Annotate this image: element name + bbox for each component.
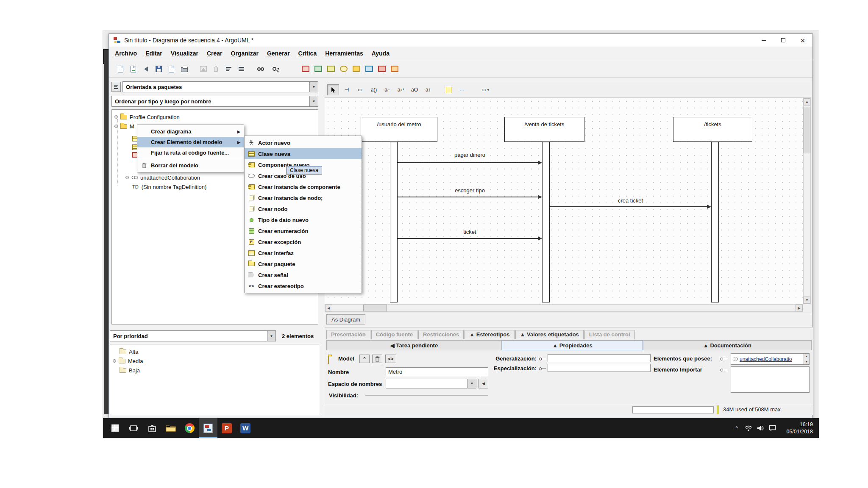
generalizacion-field[interactable] <box>548 354 651 362</box>
owned-element-link[interactable]: unattachedCollaboratio <box>740 356 792 362</box>
diagram-hscrollbar[interactable]: ◀ ▶ <box>325 304 803 312</box>
dropdown-arrow-icon[interactable]: ▼ <box>267 331 275 341</box>
close-button[interactable]: × <box>793 34 812 47</box>
minimize-button[interactable] <box>754 34 773 47</box>
chrome-button[interactable] <box>180 418 199 438</box>
elementos-que-posee-list[interactable]: unattachedCollaboratio ▲ ▼ <box>731 353 810 365</box>
order-combobox[interactable]: Ordenar por tipo y luego por nombre ▼ <box>111 96 318 107</box>
owned-list-spinner[interactable]: ▲ ▼ <box>804 354 809 364</box>
message-line-ticket[interactable] <box>398 238 539 239</box>
perspective-combobox[interactable]: Orientada a paquetes ▼ <box>122 81 318 92</box>
tree-expander-icon[interactable] <box>114 125 118 128</box>
new-project-button[interactable] <box>128 63 139 75</box>
especializacion-field[interactable] <box>548 364 651 372</box>
argouml-taskbar-button[interactable] <box>199 418 217 438</box>
tree-expander-icon[interactable] <box>125 176 129 179</box>
list-button[interactable] <box>236 63 247 75</box>
new-collaboration-diagram-button[interactable] <box>351 63 362 75</box>
select-tool[interactable] <box>327 84 339 95</box>
add-send-action-tool[interactable]: a↑ <box>422 84 434 95</box>
hscroll-thumb[interactable] <box>363 305 387 311</box>
add-return-action-tool[interactable]: a↵ <box>395 84 407 95</box>
tab-tarea-pendiente[interactable]: ◀ Tarea pendiente <box>326 340 502 350</box>
message-line-escoger-tipo[interactable] <box>398 197 539 197</box>
add-call-action-tool[interactable]: a() <box>368 84 380 95</box>
tab-presentacion[interactable]: Presentación <box>326 330 370 339</box>
tree-item-profile-configuration[interactable]: Profile Configuration <box>114 113 180 121</box>
lifeline-venta-de-tickets[interactable]: /venta de tickets <box>504 117 584 142</box>
new-deployment-diagram-button[interactable] <box>376 63 387 75</box>
nombre-field[interactable]: Metro <box>386 367 488 376</box>
delete-element-button[interactable] <box>372 355 382 363</box>
word-button[interactable]: W <box>236 418 255 438</box>
tray-chevron-button[interactable]: ^ <box>731 418 743 438</box>
stereotype-view-button[interactable]: <> <box>385 355 396 363</box>
tab-as-diagram[interactable]: As Diagram <box>326 314 365 324</box>
new-usecase-diagram-button[interactable] <box>300 63 311 75</box>
activation-bar-venta[interactable] <box>542 142 550 302</box>
message-line-pagar-dinero[interactable] <box>398 162 539 163</box>
scroll-left-button[interactable]: ◀ <box>325 305 332 311</box>
submenu-item-crear-estereotipo[interactable]: <> Crear estereotipo <box>245 280 362 291</box>
start-button[interactable] <box>106 418 124 438</box>
todo-item-alta[interactable]: Alta <box>120 348 138 355</box>
submenu-item-clase-nueva[interactable]: Clase nueva <box>245 148 362 159</box>
more-tools-button[interactable]: ··· <box>456 84 468 95</box>
new-activity-diagram-button[interactable] <box>363 63 375 75</box>
new-button[interactable] <box>115 63 126 75</box>
spinner-up-icon[interactable]: ▲ <box>804 354 809 359</box>
menu-critica[interactable]: Crítica <box>294 47 321 60</box>
menu-item-crear-diagrama[interactable]: Crear diagrama ▶ <box>137 126 244 137</box>
menu-crear[interactable]: Crear <box>203 47 227 60</box>
lifeline-tickets[interactable]: /tickets <box>673 117 752 142</box>
lifeline-usuario-del-metro[interactable]: /usuario del metro <box>361 117 437 142</box>
diagram-canvas[interactable]: /usuario del metro /venta de tickets /ti… <box>325 98 803 304</box>
add-destroy-action-tool[interactable]: aO <box>409 84 420 95</box>
todo-item-media[interactable]: Media <box>113 357 143 365</box>
tab-valores-etiquetados[interactable]: ▲ Valores etiquetados <box>515 330 584 339</box>
menu-item-borrar-del-modelo[interactable]: Borrar del modelo <box>137 160 244 171</box>
menu-item-crear-elemento-del-modelo[interactable]: Crear Elemento del modelo ▶ <box>137 137 244 147</box>
diagram-vscrollbar[interactable]: ▲ ▼ <box>803 98 811 304</box>
tab-codigo-fuente[interactable]: Código fuente <box>371 330 417 339</box>
import-button[interactable] <box>140 63 152 75</box>
message-label[interactable]: crea ticket <box>550 197 711 204</box>
titlebar[interactable]: Sin título - Diagrama de secuencia 4 - A… <box>109 34 812 47</box>
scroll-up-button[interactable]: ▲ <box>804 98 810 105</box>
new-diagram-button[interactable] <box>389 63 400 75</box>
vscroll-thumb[interactable] <box>804 107 810 153</box>
submenu-item-crear-enumeracion[interactable]: Crear enumeración <box>245 225 362 236</box>
elemento-importar-field[interactable] <box>731 366 810 393</box>
configure-perspectives-button[interactable] <box>111 82 121 92</box>
tab-estereotipos[interactable]: ▲ Estereotipos <box>465 330 514 339</box>
todo-item-baja[interactable]: Baja <box>120 366 140 374</box>
spinner-down-icon[interactable]: ▼ <box>804 359 809 364</box>
menu-archivo[interactable]: Archivo <box>111 47 141 60</box>
add-note-tool[interactable] <box>442 84 454 95</box>
add-lifeline-tool[interactable]: ⊣ <box>341 84 353 95</box>
save-button[interactable] <box>153 63 164 75</box>
tab-restricciones[interactable]: Restricciones <box>418 330 464 339</box>
scroll-down-button[interactable]: ▼ <box>804 297 810 304</box>
menu-ayuda[interactable]: Ayuda <box>367 47 394 60</box>
powerpoint-button[interactable]: P <box>217 418 236 438</box>
shape-dropdown-button[interactable]: ▭ ▾ <box>476 84 494 95</box>
submenu-item-crear-interfaz[interactable]: Crear interfaz <box>245 247 362 258</box>
menu-editar[interactable]: Editar <box>141 47 167 60</box>
tree-expander-icon[interactable] <box>114 115 118 119</box>
menu-herramientas[interactable]: Herramientas <box>321 47 367 60</box>
dropdown-arrow-icon[interactable]: ▼ <box>309 96 318 106</box>
taskbar-clock[interactable]: 16:19 05/01/2018 <box>778 421 815 435</box>
menu-generar[interactable]: Generar <box>263 47 294 60</box>
sort-button[interactable] <box>223 63 234 75</box>
zoom-button[interactable]: ▾ <box>267 63 284 75</box>
espacio-de-nombres-combobox[interactable]: ▼ <box>386 379 476 388</box>
menu-visualizar[interactable]: Visualizar <box>167 47 203 60</box>
tree-expander-icon[interactable] <box>113 359 116 363</box>
submenu-item-crear-senal[interactable]: Crear señal <box>245 269 362 280</box>
activation-bar-usuario[interactable] <box>390 142 398 302</box>
print-button[interactable] <box>178 63 190 75</box>
submenu-item-actor-nuevo[interactable]: Actor nuevo <box>245 137 362 148</box>
add-comment-box-tool[interactable]: ▭ <box>354 84 366 95</box>
submenu-item-tipo-de-dato-nuevo[interactable]: Tipo de dato nuevo <box>245 214 362 225</box>
